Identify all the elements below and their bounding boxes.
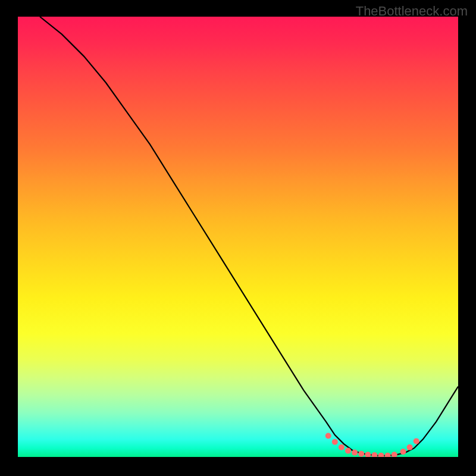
watermark-text: TheBottleneck.com (356, 4, 468, 19)
chart-plot-area (18, 17, 458, 457)
marker-dot (414, 438, 419, 444)
bottleneck-curve (40, 17, 458, 456)
marker-dot (371, 452, 377, 457)
marker-dot (365, 452, 371, 457)
chart-svg (18, 17, 458, 457)
marker-dots (325, 433, 419, 458)
marker-dot (378, 453, 384, 457)
marker-dot (358, 451, 364, 457)
marker-dot (339, 444, 345, 450)
marker-dot (352, 450, 358, 456)
marker-dot (385, 453, 391, 457)
marker-dot (400, 449, 406, 455)
marker-dot (325, 433, 331, 439)
marker-dot (392, 452, 397, 457)
marker-dot (407, 444, 413, 450)
marker-dot (345, 448, 351, 454)
marker-dot (332, 439, 338, 445)
